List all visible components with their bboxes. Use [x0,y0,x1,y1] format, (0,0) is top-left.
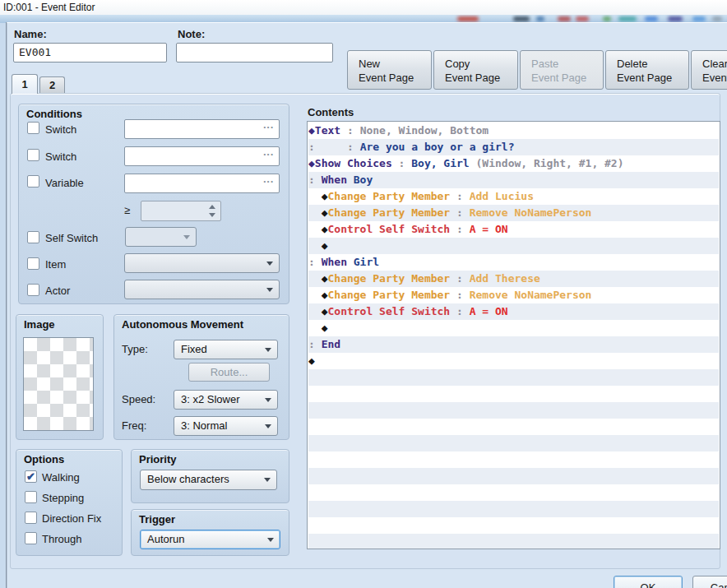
event-command-row[interactable]: ◆Change Party Member : Remove NoNamePers… [308,205,719,221]
event-command-row[interactable]: : When Boy [308,172,719,188]
ok-button[interactable]: OK [614,576,683,588]
event-command-row[interactable] [308,451,719,468]
switch1-field[interactable]: ··· [124,119,280,139]
image-title: Image [24,318,55,331]
route-button[interactable]: Route... [188,363,270,382]
chevron-down-icon [265,398,271,402]
event-command-row[interactable]: ◆Show Choices : Boy, Girl (Window, Right… [308,155,719,172]
chevron-down-icon [267,538,274,542]
actor-checkbox[interactable] [27,284,39,296]
direction-fix-checkbox[interactable] [25,512,37,524]
event-command-row[interactable] [308,517,719,534]
chevron-down-icon [265,424,271,428]
switch2-checkbox[interactable] [27,149,39,161]
walking-checkbox[interactable]: ✔ [25,470,37,483]
conditions-title: Conditions [26,108,82,120]
stepping-label: Stepping [42,492,84,504]
contents-list[interactable]: ◆Text : None, Window, Bottom: : Are you … [307,121,720,549]
ellipsis-icon[interactable]: ··· [263,121,274,133]
switch2-field[interactable]: ··· [124,146,280,166]
background-app-icon [692,16,706,21]
background-app-icon [536,16,544,21]
stepping-checkbox[interactable] [25,491,37,503]
ellipsis-icon[interactable]: ··· [263,148,274,160]
tab-page-2[interactable]: 2 [39,76,65,94]
options-title: Options [24,453,64,465]
event-graphic-picker[interactable] [23,337,94,431]
event-command-row[interactable]: ◆ [308,353,719,369]
chevron-down-icon [183,235,190,239]
spinner-down-icon[interactable] [209,213,215,217]
event-command-row[interactable]: ◆Change Party Member : Remove NoNamePers… [308,287,719,303]
variable-field[interactable]: ··· [124,174,280,193]
actor-label: Actor [45,285,70,297]
variable-label: Variable [45,177,84,189]
self-switch-checkbox[interactable] [27,231,39,243]
item-select[interactable] [124,253,280,273]
variable-checkbox[interactable] [27,175,39,188]
name-label: Name: [14,28,47,40]
event-command-row[interactable]: ◆ [308,320,719,336]
delete-event-page-button[interactable]: Delete Event Page [605,50,689,90]
priority-select[interactable]: Below characters [140,470,277,490]
event-command-row[interactable] [308,435,719,451]
walking-label: Walking [42,471,80,484]
event-command-row[interactable] [308,386,719,402]
background-app-icon [513,16,530,21]
clear-event-button[interactable]: Clear Event [691,50,727,90]
event-command-row[interactable] [308,419,719,435]
self-switch-label: Self Switch [45,232,98,244]
event-command-row[interactable] [308,534,719,549]
event-command-row[interactable] [308,501,719,517]
event-editor-window: ID:001 - Event Editor Name: EV001 Note: … [0,0,727,588]
chevron-down-icon [264,478,271,482]
chevron-down-icon [266,288,273,292]
background-app-icon [576,16,589,21]
paste-event-page-button[interactable]: Paste Event Page [520,50,604,90]
movement-speed-select[interactable]: 3: x2 Slower [174,390,278,410]
copy-event-page-button[interactable]: Copy Event Page [433,50,518,90]
variable-value-stepper[interactable] [141,201,221,221]
title-bar[interactable]: ID:001 - Event Editor [0,0,727,15]
background-app-icon [618,16,637,21]
event-command-row[interactable]: : : Are you a boy or a girl? [308,139,719,155]
through-checkbox[interactable] [25,532,37,544]
tab-page-1[interactable]: 1 [12,74,38,94]
self-switch-select[interactable] [125,227,197,247]
event-command-row[interactable]: ◆Change Party Member : Add Lucius [308,188,719,205]
spinner-up-icon[interactable] [209,205,215,209]
event-command-row[interactable]: : When Girl [308,254,719,271]
speed-label: Speed: [122,393,155,405]
ge-symbol: ≥ [124,204,130,216]
movement-type-select[interactable]: Fixed [174,340,278,359]
event-command-row[interactable] [308,369,719,386]
note-input[interactable] [176,43,333,63]
background-app-icon [457,16,479,21]
direction-fix-label: Direction Fix [42,512,101,525]
event-command-row[interactable]: ◆Change Party Member : Add Therese [308,271,719,287]
contents-title: Contents [308,106,354,118]
event-command-row[interactable]: ◆Control Self Switch : A = ON [308,303,719,320]
priority-title: Priority [139,453,177,465]
actor-select[interactable] [124,280,280,299]
event-command-row[interactable]: ◆Control Self Switch : A = ON [308,221,719,238]
cancel-button[interactable]: Cancel [692,576,727,588]
freq-label: Freq: [122,419,146,432]
note-label: Note: [178,28,205,40]
background-app-icon [645,16,658,21]
event-command-row[interactable]: ◆Text : None, Window, Bottom [308,123,719,139]
ellipsis-icon[interactable]: ··· [263,175,274,188]
background-app-icon [603,16,611,21]
event-command-row[interactable] [308,468,719,484]
event-command-row[interactable]: ◆ [308,238,719,254]
new-event-page-button[interactable]: New Event Page [347,50,432,90]
event-command-row[interactable] [308,402,719,419]
type-label: Type: [122,343,148,355]
event-command-row[interactable]: : End [308,336,719,353]
movement-freq-select[interactable]: 3: Normal [174,416,278,436]
switch1-checkbox[interactable] [27,122,39,134]
trigger-select[interactable]: Autorun [140,530,280,549]
item-checkbox[interactable] [27,257,39,270]
event-command-row[interactable] [308,484,719,501]
name-input[interactable]: EV001 [13,43,167,63]
